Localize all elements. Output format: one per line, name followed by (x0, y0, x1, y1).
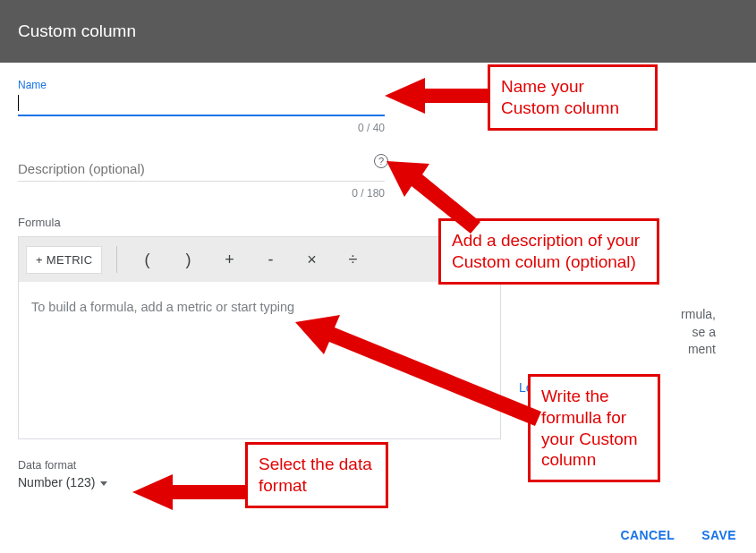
description-field: ? 0 / 180 (18, 157, 385, 200)
svg-marker-2 (295, 315, 541, 426)
arrow-icon (295, 315, 546, 431)
op-lparen[interactable]: ( (126, 251, 167, 269)
arrow-icon (385, 73, 492, 118)
annotation-formula: Write the formulla for your Custom colum… (528, 374, 660, 482)
annotation-format: Select the data format (245, 442, 388, 508)
op-times[interactable]: × (291, 251, 332, 269)
description-input[interactable] (18, 157, 385, 182)
name-input[interactable] (18, 91, 385, 116)
op-rparen[interactable]: ) (167, 251, 208, 269)
toolbar-separator (116, 246, 117, 273)
data-format-value: Number (123) (18, 475, 95, 489)
name-label: Name (18, 79, 385, 91)
dialog-header: Custom column (0, 0, 756, 63)
chevron-down-icon (100, 481, 107, 486)
add-metric-button[interactable]: + METRIC (26, 246, 102, 274)
annotation-name: Name your Custom column (488, 64, 658, 131)
svg-marker-3 (132, 474, 247, 510)
save-button[interactable]: SAVE (701, 528, 736, 542)
op-divide[interactable]: ÷ (332, 251, 373, 269)
arrow-icon (386, 157, 485, 237)
dialog-title: Custom column (18, 21, 136, 41)
name-field: Name 0 / 40 (18, 79, 385, 134)
side-hint-text: rmula, se a ment (519, 306, 716, 359)
dialog-footer: CANCEL SAVE (621, 528, 736, 542)
op-minus[interactable]: - (250, 251, 291, 269)
formula-toolbar: + METRIC ( ) + - × ÷ (19, 237, 500, 282)
name-counter: 0 / 40 (18, 122, 385, 134)
arrow-icon (132, 470, 249, 515)
cancel-button[interactable]: CANCEL (621, 528, 675, 542)
svg-marker-1 (386, 161, 480, 234)
description-counter: 0 / 180 (18, 187, 385, 200)
op-plus[interactable]: + (208, 251, 250, 269)
svg-marker-0 (385, 78, 488, 114)
